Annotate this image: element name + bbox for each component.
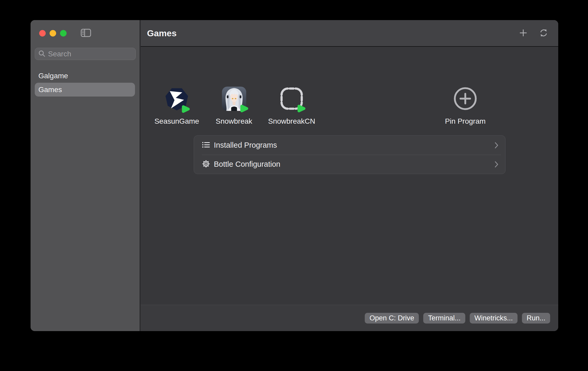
pin-program-label: Pin Program xyxy=(445,117,486,125)
program-tile-snowbreak[interactable]: Snowbreak xyxy=(207,86,261,125)
play-badge-icon xyxy=(239,104,250,115)
program-label: SeasunGame xyxy=(154,117,199,125)
add-program-button[interactable] xyxy=(519,28,528,38)
bottle-detail-area: SeasunGame xyxy=(141,47,558,305)
window-controls xyxy=(39,30,67,37)
menu-item-label: Bottle Configuration xyxy=(214,160,280,169)
bottle-actions-bar: Open C: Drive Terminal... Winetricks... … xyxy=(141,305,558,331)
bottle-menu: Installed Programs xyxy=(194,135,505,174)
refresh-button[interactable] xyxy=(538,28,549,39)
play-badge-icon xyxy=(296,104,307,115)
app-window: Galgame Games Games xyxy=(31,20,558,331)
installed-programs-row[interactable]: Installed Programs xyxy=(194,136,505,155)
menu-item-label: Installed Programs xyxy=(214,141,277,149)
winetricks-button[interactable]: Winetricks... xyxy=(470,313,518,324)
bottle-list: Galgame Games xyxy=(35,69,135,97)
search-input[interactable] xyxy=(48,50,142,58)
close-window-button[interactable] xyxy=(39,30,46,37)
chevron-right-icon xyxy=(495,142,498,149)
title-bar: Games xyxy=(141,20,558,47)
terminal-button[interactable]: Terminal... xyxy=(423,313,465,324)
sidebar-toggle-icon xyxy=(81,29,91,38)
sidebar-item-galgame[interactable]: Galgame xyxy=(35,69,135,83)
search-field xyxy=(35,48,136,60)
refresh-icon xyxy=(538,28,549,39)
program-label: Snowbreak xyxy=(216,117,252,125)
toolbar xyxy=(519,28,549,39)
run-button[interactable]: Run... xyxy=(522,313,550,324)
program-tile-seasungame[interactable]: SeasunGame xyxy=(149,86,204,125)
minimize-window-button[interactable] xyxy=(50,30,56,37)
gear-icon xyxy=(202,160,210,169)
program-label: SnowbreakCN xyxy=(268,117,315,125)
sidebar: Galgame Games xyxy=(31,20,140,331)
desktop-background: Galgame Games Games xyxy=(0,0,588,371)
bottle-configuration-row[interactable]: Bottle Configuration xyxy=(194,155,505,174)
toggle-sidebar-button[interactable] xyxy=(80,28,92,38)
chevron-right-icon xyxy=(495,161,498,168)
plus-circle-icon xyxy=(453,86,478,112)
list-bullet-icon xyxy=(202,141,210,150)
plus-icon xyxy=(519,28,528,38)
page-title: Games xyxy=(147,28,177,38)
pin-program-tile[interactable]: Pin Program xyxy=(438,86,493,125)
program-tile-snowbreakcn[interactable]: SnowbreakCN xyxy=(264,86,319,125)
sidebar-item-games[interactable]: Games xyxy=(35,83,135,97)
open-c-drive-button[interactable]: Open C: Drive xyxy=(365,313,419,324)
search-icon xyxy=(38,50,48,58)
play-badge-icon xyxy=(180,104,191,115)
zoom-window-button[interactable] xyxy=(60,30,67,37)
